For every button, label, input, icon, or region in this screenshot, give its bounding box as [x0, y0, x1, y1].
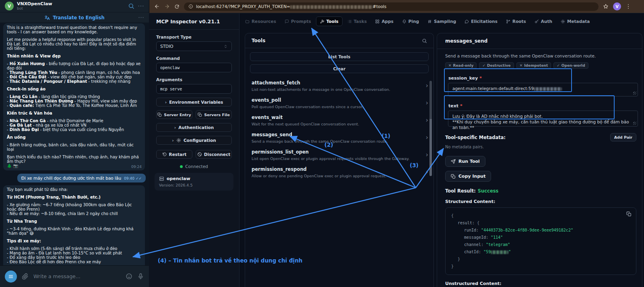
bot-menu-button[interactable]	[5, 271, 17, 283]
tool-name: attachments_fetch	[252, 80, 421, 86]
line-gap	[7, 34, 141, 37]
tab-tasks[interactable]: Tasks	[344, 17, 370, 26]
gear-icon	[176, 138, 181, 143]
message-line: - ~3-4 tiếng, đường Khánh Vinh - đèo Khá…	[7, 227, 141, 236]
message-line: Tùy bạn xuất phát từ đâu nha:	[7, 187, 141, 192]
select-updown-icon	[223, 44, 228, 49]
list-tools-button[interactable]: List Tools	[250, 52, 429, 61]
metadata-label: Tool-specific Metadata:	[445, 135, 610, 140]
add-pair-button[interactable]: Add Pair	[610, 133, 636, 141]
chevron-right-icon: ›	[426, 168, 428, 176]
code-value: "59	[483, 250, 491, 254]
tool-list-item[interactable]: events_waitWait for the next queued Open…	[245, 112, 433, 129]
tab-tools[interactable]: Tools	[316, 16, 343, 26]
line-gap	[7, 216, 141, 219]
environment-variables-button[interactable]: › Environment Variables	[156, 98, 232, 107]
code-key: result:	[458, 221, 477, 225]
hammer-icon	[320, 19, 324, 24]
servers-file-button[interactable]: Servers File	[196, 110, 232, 119]
tool-list-item[interactable]: permissions_list_openList open OpenClaw …	[245, 146, 433, 164]
emoji-icon[interactable]	[126, 273, 132, 280]
bot-avatar[interactable]: V	[5, 2, 14, 10]
tab-prompts[interactable]: Prompts	[281, 17, 315, 26]
message-line: - Mang áo ấm - Đà Lạt lạnh hơn 10-15°C s…	[7, 251, 141, 255]
mic-icon[interactable]	[137, 273, 144, 280]
message-time: 09:24	[131, 165, 142, 169]
clear-button[interactable]: Clear	[250, 64, 429, 73]
translate-icon	[44, 15, 50, 20]
configuration-button[interactable]: › Configuration	[156, 136, 232, 145]
tool-description: Poll queued OpenClaw conversation events…	[252, 105, 421, 109]
message-line: - Nhà Thờ Con Gà - nhà thờ Domaine de Ma…	[7, 119, 141, 123]
tab-ping[interactable]: Ping	[398, 17, 423, 26]
attach-icon[interactable]	[22, 273, 29, 280]
tool-name: messages_send	[252, 132, 421, 137]
arguments-input[interactable]: mcp serve	[156, 84, 232, 94]
tools-scrollbar[interactable]	[429, 81, 432, 176]
transport-type-select[interactable]: STDIO	[156, 41, 232, 51]
tab-apps[interactable]: Apps	[372, 17, 397, 26]
unstructured-content-label: Unstructured Content:	[445, 281, 634, 286]
tool-list-item[interactable]: permissions_respondAllow or deny one pen…	[245, 164, 433, 181]
message-line: - Dinh Bảo Đại - biệt thự của vua cuối c…	[7, 127, 141, 132]
tab-metadata[interactable]: Metadata	[557, 17, 593, 26]
code-punct: }	[451, 264, 454, 269]
tool-list-item[interactable]: events_pollPoll queued OpenClaw conversa…	[245, 94, 433, 112]
gear-icon	[561, 19, 565, 24]
tab-label: Metadata	[567, 19, 590, 24]
badge-label: Destructive	[487, 64, 511, 68]
tab-sampling[interactable]: Sampling	[424, 17, 460, 26]
browser-profile-avatar[interactable]: V	[613, 2, 621, 10]
chat-menu-icon[interactable]	[138, 3, 144, 9]
browser-menu-icon[interactable]	[625, 4, 631, 9]
tab-elicitations[interactable]: Elicitations	[461, 17, 501, 26]
forward-icon[interactable]	[164, 4, 170, 9]
run-tool-button[interactable]: Run Tool	[445, 156, 485, 167]
reload-icon[interactable]	[174, 4, 180, 9]
hash-icon	[427, 19, 432, 24]
code-key: chatId:	[464, 250, 483, 254]
resize-grip[interactable]	[633, 92, 636, 95]
copy-icon	[157, 113, 162, 117]
tab-auth[interactable]: Auth	[531, 17, 556, 26]
server-card[interactable]: openclaw Version: 2026.4.5	[155, 173, 233, 191]
address-bar[interactable]: localhost:6274/?MCP_PROXY_AUTH_TOKEN=#to…	[184, 2, 599, 11]
code-line: }	[451, 263, 630, 270]
line-gap	[7, 108, 141, 111]
authentication-button[interactable]: › Authentication	[156, 123, 232, 132]
code-punct: {	[451, 213, 454, 218]
outgoing-message: Đi xe máy chill dọc đường ước tính mất b…	[17, 174, 146, 182]
resize-grip[interactable]	[633, 122, 636, 125]
restart-button[interactable]: Restart	[156, 150, 192, 159]
back-icon[interactable]	[154, 4, 160, 9]
tool-name: events_poll	[252, 97, 421, 103]
copy-input-button[interactable]: Copy Input	[445, 171, 491, 182]
translate-bar[interactable]: Translate to English	[0, 12, 149, 23]
tool-list-item[interactable]: messages_sendSend a message back through…	[245, 129, 433, 146]
tab-roots[interactable]: Roots	[502, 17, 530, 26]
tab-resources[interactable]: Resources	[242, 17, 280, 26]
disconnect-button[interactable]: Disconnect	[196, 150, 232, 159]
line-gap	[7, 243, 141, 246]
line-gap	[7, 84, 141, 87]
info-icon[interactable]	[188, 4, 193, 9]
chevron-right-icon: ›	[426, 82, 428, 89]
translate-options-icon[interactable]	[138, 14, 144, 20]
server-entry-button[interactable]: Server Entry	[156, 110, 192, 119]
tab-label: Elicitations	[471, 19, 497, 24]
message-line: - Đèo Bảo Lộc dễ đi hơn đèo Prenn cho xe…	[7, 260, 141, 264]
search-icon[interactable]	[128, 3, 134, 9]
branch-icon	[506, 19, 510, 24]
message-line: - Nếu đi xe máy: ~8-10 tiếng, chia làm 2…	[7, 211, 141, 216]
tool-list-item[interactable]: attachments_fetchList non-text attachmen…	[245, 77, 433, 94]
tool-result-row: Tool Result:Success	[445, 188, 634, 194]
bookmark-star-icon[interactable]	[603, 4, 609, 9]
session-key-textarea[interactable]: agent:main:telegram:default:direct:59	[448, 83, 638, 96]
text-textarea[interactable]: Lưu ý: Đây là AD nhắc nhở không phải bot…	[448, 111, 638, 127]
tools-search-icon[interactable]	[422, 38, 427, 43]
message-input[interactable]: Write a message...	[33, 273, 121, 279]
command-input[interactable]: openclaw	[156, 63, 232, 72]
copy-icon[interactable]	[626, 211, 632, 217]
line-gap	[7, 223, 141, 227]
tab-label: Roots	[512, 19, 526, 24]
